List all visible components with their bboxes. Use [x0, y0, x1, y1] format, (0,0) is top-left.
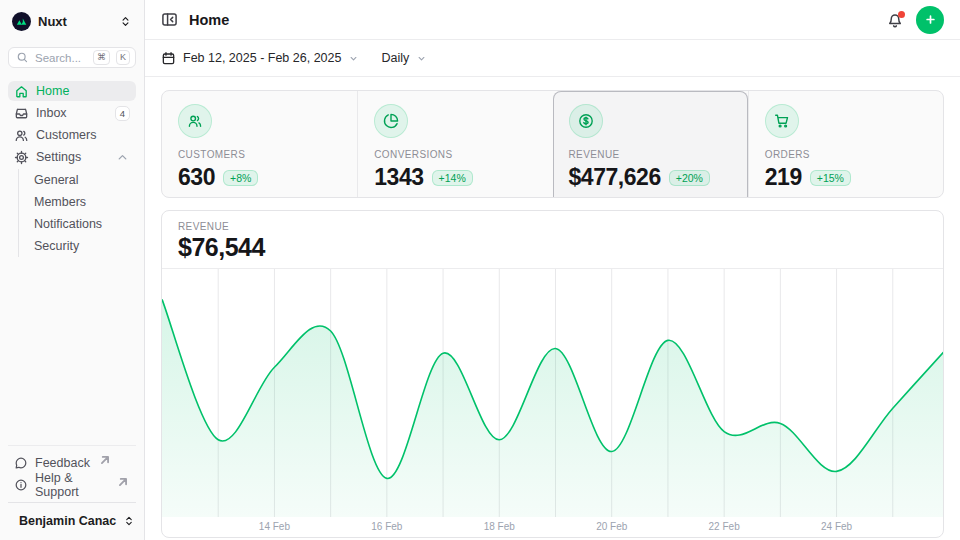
- revenue-area-chart[interactable]: 14 Feb16 Feb18 Feb20 Feb22 Feb24 Feb: [162, 269, 944, 537]
- search-placeholder: Search...: [35, 52, 87, 64]
- add-button[interactable]: [916, 6, 944, 34]
- external-link-icon: [98, 453, 112, 467]
- period-value: Daily: [381, 51, 409, 65]
- x-axis-tick-label: 22 Feb: [709, 521, 741, 532]
- nuxt-logo-icon: [12, 12, 31, 31]
- x-axis-tick-label: 14 Feb: [259, 521, 291, 532]
- x-axis-tick-label: 20 Feb: [596, 521, 628, 532]
- sidebar-item-settings[interactable]: Settings: [8, 147, 136, 167]
- sidebar-item-members[interactable]: Members: [34, 191, 136, 213]
- chart-pie-icon: [374, 104, 408, 138]
- sub-item-label: General: [34, 173, 78, 187]
- users-icon: [14, 128, 29, 143]
- stat-label: REVENUE: [569, 149, 732, 160]
- main-area: Home Feb 12, 2025 - Feb 26, 2025: [145, 0, 960, 540]
- x-axis-tick-label: 18 Feb: [484, 521, 516, 532]
- x-axis-tick-label: 16 Feb: [371, 521, 403, 532]
- sidebar-item-general[interactable]: General: [34, 169, 136, 191]
- sidebar-item-inbox[interactable]: Inbox 4: [8, 103, 136, 123]
- stat-label: CONVERSIONS: [374, 149, 536, 160]
- panel-left-close-icon: [161, 11, 178, 28]
- sidebar-item-customers[interactable]: Customers: [8, 125, 136, 145]
- stat-card-conversions[interactable]: CONVERSIONS 1343 +14%: [357, 91, 552, 198]
- user-name: Benjamin Canac: [19, 514, 116, 528]
- sidebar-footer: Feedback Help & Support Benjamin Canac: [8, 445, 136, 532]
- inbox-count-badge: 4: [115, 106, 130, 121]
- users-icon: [178, 104, 212, 138]
- home-icon: [14, 84, 29, 99]
- calendar-icon: [161, 51, 176, 66]
- stat-card-orders[interactable]: ORDERS 219 +15%: [748, 91, 943, 198]
- chevrons-up-down-icon: [123, 515, 135, 527]
- info-circle-icon: [14, 478, 28, 492]
- foot-item-label: Feedback: [35, 456, 90, 470]
- workspace-switcher[interactable]: Nuxt: [8, 8, 136, 34]
- stat-value: $477,626: [569, 164, 661, 191]
- stats-row: CUSTOMERS 630 +8% CONVERSIONS 1343 +14%: [161, 90, 944, 198]
- topbar: Home: [145, 0, 960, 40]
- sub-item-label: Notifications: [34, 217, 102, 231]
- gear-icon: [14, 150, 29, 165]
- foot-item-label: Help & Support: [35, 471, 108, 499]
- stat-delta-badge: +8%: [223, 170, 258, 186]
- stat-value: 219: [765, 164, 802, 191]
- search-icon: [16, 51, 29, 64]
- search-input[interactable]: Search... ⌘ K: [8, 47, 136, 68]
- notifications-button[interactable]: [886, 11, 904, 29]
- help-support-link[interactable]: Help & Support: [8, 474, 136, 496]
- sub-item-label: Security: [34, 239, 79, 253]
- page-title: Home: [189, 12, 229, 28]
- chart-body: 14 Feb16 Feb18 Feb20 Feb22 Feb24 Feb: [162, 269, 943, 537]
- kbd-k: K: [116, 50, 130, 65]
- unread-dot: [898, 11, 905, 18]
- revenue-chart-card: REVENUE $76,544 14 Feb16 Feb18 Feb20 Feb…: [161, 210, 944, 538]
- circle-dollar-icon: [569, 104, 603, 138]
- sidebar-nav: Home Inbox 4 Customers Settings: [8, 81, 136, 257]
- x-axis-tick-label: 24 Feb: [821, 521, 853, 532]
- stat-delta-badge: +20%: [669, 170, 710, 186]
- stat-value: 1343: [374, 164, 423, 191]
- sidebar-item-label: Inbox: [36, 106, 67, 120]
- stat-delta-badge: +15%: [810, 170, 851, 186]
- chevrons-up-down-icon: [119, 15, 132, 28]
- user-menu[interactable]: Benjamin Canac: [8, 502, 136, 532]
- chevron-down-icon: [416, 53, 427, 64]
- settings-subnav: General Members Notifications Security: [18, 169, 136, 257]
- sidebar-item-label: Customers: [36, 128, 96, 142]
- stat-label: ORDERS: [765, 149, 927, 160]
- date-range-picker[interactable]: Feb 12, 2025 - Feb 26, 2025: [161, 51, 359, 66]
- inbox-icon: [14, 106, 29, 121]
- sidebar-item-label: Home: [36, 84, 69, 98]
- stat-card-revenue[interactable]: REVENUE $477,626 +20%: [553, 91, 748, 198]
- message-bubble-icon: [14, 456, 28, 470]
- period-select[interactable]: Daily: [381, 51, 427, 65]
- sidebar-item-notifications[interactable]: Notifications: [34, 213, 136, 235]
- date-range-value: Feb 12, 2025 - Feb 26, 2025: [183, 51, 341, 65]
- stat-label: CUSTOMERS: [178, 149, 341, 160]
- sidebar-item-label: Settings: [36, 150, 81, 164]
- shopping-cart-icon: [765, 104, 799, 138]
- external-link-icon: [116, 475, 130, 489]
- kbd-meta: ⌘: [93, 50, 110, 65]
- sidebar-item-home[interactable]: Home: [8, 81, 136, 101]
- stat-delta-badge: +14%: [432, 170, 473, 186]
- dashboard-content: CUSTOMERS 630 +8% CONVERSIONS 1343 +14%: [145, 77, 960, 538]
- app-window: Nuxt Search... ⌘ K Home: [0, 0, 960, 540]
- sub-item-label: Members: [34, 195, 86, 209]
- filter-bar: Feb 12, 2025 - Feb 26, 2025 Daily: [145, 40, 960, 77]
- stat-value: 630: [178, 164, 215, 191]
- chevron-up-icon: [115, 150, 130, 165]
- collapse-sidebar-button[interactable]: [161, 11, 179, 29]
- sidebar: Nuxt Search... ⌘ K Home: [0, 0, 145, 540]
- topbar-actions: [886, 6, 944, 34]
- stat-card-customers[interactable]: CUSTOMERS 630 +8%: [162, 91, 357, 198]
- chart-header: REVENUE $76,544: [162, 211, 943, 269]
- chart-label: REVENUE: [178, 221, 927, 232]
- plus-icon: [923, 12, 938, 27]
- workspace-name: Nuxt: [38, 14, 67, 29]
- sidebar-item-security[interactable]: Security: [34, 235, 136, 257]
- chart-value: $76,544: [178, 233, 927, 262]
- chevron-down-icon: [348, 53, 359, 64]
